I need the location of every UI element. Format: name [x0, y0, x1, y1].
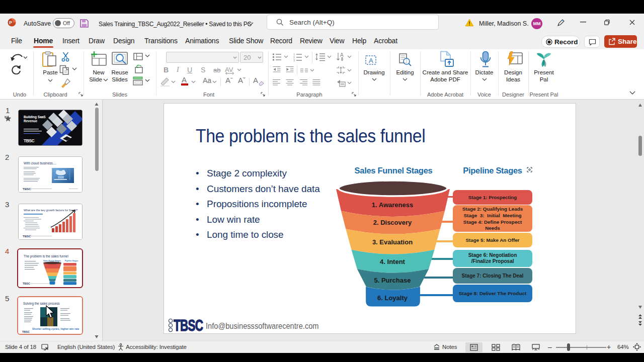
svg-text:3. Evaluation: 3. Evaluation	[372, 238, 413, 246]
svg-text:TBSC: TBSC	[23, 235, 31, 238]
svg-text:TBSC: TBSC	[24, 138, 35, 143]
svg-text:A: A	[340, 52, 344, 58]
svg-text:Sales Funnel Stages: Sales Funnel Stages	[43, 260, 61, 262]
svg-text:Building SaaS: Building SaaS	[24, 115, 46, 119]
svg-text:1. Awareness: 1. Awareness	[372, 201, 413, 209]
svg-text:5. Purchase: 5. Purchase	[374, 277, 411, 284]
svg-text:TBSC: TBSC	[23, 188, 31, 191]
svg-text:The problem is the sales funne: The problem is the sales funnel	[24, 254, 68, 258]
svg-text:P: P	[9, 20, 12, 25]
svg-text:What are the key growth factor: What are the key growth factors for SaaS…	[24, 209, 77, 212]
svg-text:Shorter selling cycles, higher: Shorter selling cycles, higher win rate	[32, 327, 79, 330]
svg-text:TBSC: TBSC	[23, 282, 30, 285]
svg-text:Pipeline Stages: Pipeline Stages	[65, 260, 78, 262]
svg-text:4. Intent: 4. Intent	[380, 258, 406, 265]
svg-text:A: A	[369, 57, 373, 64]
svg-text:With cloud business....: With cloud business....	[24, 161, 56, 165]
svg-text:Revenue: Revenue	[24, 119, 37, 123]
svg-text:2. Discovery: 2. Discovery	[373, 219, 412, 226]
svg-text:6. Loyalty: 6. Loyalty	[377, 294, 408, 302]
svg-text:TBSC: TBSC	[22, 330, 30, 333]
svg-text:3: 3	[293, 59, 295, 61]
